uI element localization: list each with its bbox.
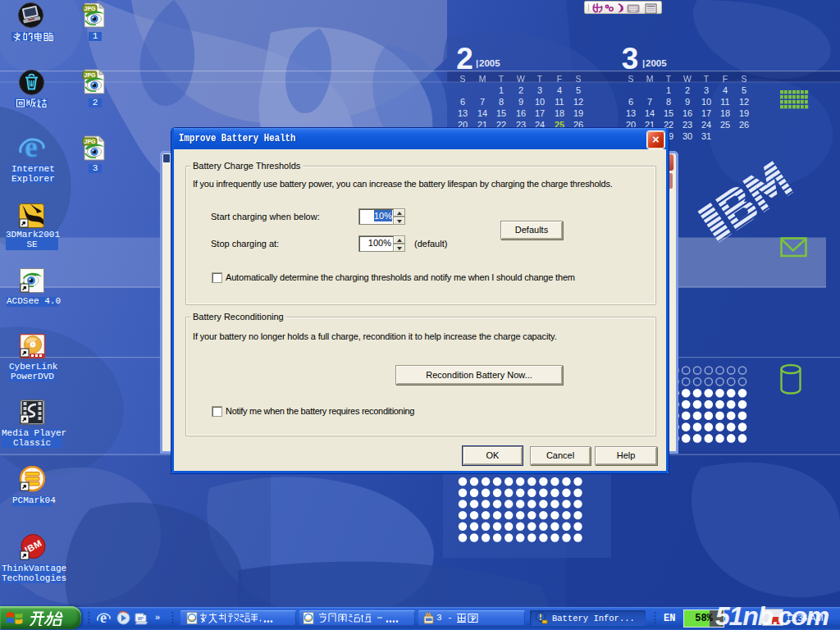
svg-text:26: 26 bbox=[739, 120, 749, 130]
svg-text:2: 2 bbox=[685, 85, 690, 95]
svg-text:2: 2 bbox=[518, 85, 523, 95]
svg-text:19: 19 bbox=[739, 108, 749, 118]
svg-text:F: F bbox=[557, 74, 562, 84]
svg-text:12: 12 bbox=[573, 97, 583, 107]
svg-text:JPG: JPG bbox=[84, 6, 96, 11]
svg-text:18: 18 bbox=[720, 108, 730, 118]
svg-text:8: 8 bbox=[666, 97, 671, 107]
svg-text:|: | bbox=[642, 58, 645, 68]
svg-text:3: 3 bbox=[704, 85, 709, 95]
svg-text:T: T bbox=[704, 74, 710, 84]
svg-text:11: 11 bbox=[555, 97, 564, 107]
svg-text:F: F bbox=[723, 74, 728, 84]
svg-text:S: S bbox=[628, 74, 633, 84]
svg-text:14: 14 bbox=[477, 108, 487, 118]
svg-text:W: W bbox=[683, 74, 692, 84]
svg-text:10: 10 bbox=[535, 97, 545, 107]
svg-text:S: S bbox=[741, 74, 746, 84]
svg-text:6: 6 bbox=[628, 97, 633, 107]
svg-text:T: T bbox=[537, 74, 543, 84]
svg-text:S: S bbox=[575, 74, 581, 84]
svg-text:T: T bbox=[666, 74, 672, 84]
svg-text:24: 24 bbox=[701, 120, 711, 130]
svg-text:e: e bbox=[100, 610, 107, 626]
svg-text:13: 13 bbox=[626, 108, 636, 118]
svg-text:25: 25 bbox=[720, 120, 730, 130]
svg-text:7: 7 bbox=[647, 97, 652, 107]
svg-text:3: 3 bbox=[537, 85, 542, 95]
svg-text:10: 10 bbox=[701, 97, 711, 107]
svg-text:1: 1 bbox=[499, 85, 504, 95]
svg-text:M: M bbox=[646, 74, 654, 84]
svg-text:e: e bbox=[25, 134, 38, 162]
svg-text:2005: 2005 bbox=[479, 58, 500, 68]
svg-text:11: 11 bbox=[720, 97, 729, 107]
svg-text:4: 4 bbox=[723, 85, 728, 95]
svg-text:31: 31 bbox=[701, 131, 711, 141]
svg-text:16: 16 bbox=[516, 108, 526, 118]
svg-text:17: 17 bbox=[535, 108, 545, 118]
svg-text:6: 6 bbox=[460, 97, 465, 107]
svg-text:30: 30 bbox=[682, 131, 692, 141]
svg-text:15: 15 bbox=[496, 108, 506, 118]
svg-text:M: M bbox=[479, 74, 486, 84]
svg-text:T: T bbox=[499, 74, 504, 84]
svg-text:5: 5 bbox=[576, 85, 581, 95]
svg-text:5: 5 bbox=[742, 85, 746, 95]
svg-text:14: 14 bbox=[645, 108, 655, 118]
svg-text:2: 2 bbox=[456, 42, 472, 75]
svg-text:8: 8 bbox=[499, 97, 504, 107]
svg-text:7: 7 bbox=[480, 97, 485, 107]
svg-text:9: 9 bbox=[518, 97, 523, 107]
svg-text:15: 15 bbox=[664, 108, 673, 118]
svg-text:9: 9 bbox=[685, 97, 690, 107]
svg-text:|: | bbox=[476, 58, 478, 68]
svg-text:4: 4 bbox=[557, 85, 562, 95]
svg-text:S: S bbox=[459, 74, 465, 84]
svg-text:17: 17 bbox=[701, 108, 711, 118]
svg-text:2005: 2005 bbox=[646, 58, 667, 68]
svg-text:12: 12 bbox=[739, 97, 749, 107]
svg-text:1: 1 bbox=[666, 85, 671, 95]
svg-text:JPG: JPG bbox=[84, 72, 96, 78]
svg-text:13: 13 bbox=[458, 108, 468, 118]
svg-text:JPG: JPG bbox=[84, 139, 96, 144]
svg-text:23: 23 bbox=[682, 120, 692, 130]
svg-text:3: 3 bbox=[622, 42, 639, 75]
svg-text:16: 16 bbox=[682, 108, 692, 118]
svg-text:18: 18 bbox=[555, 108, 564, 118]
svg-text:W: W bbox=[517, 74, 525, 84]
svg-text:19: 19 bbox=[573, 108, 583, 118]
